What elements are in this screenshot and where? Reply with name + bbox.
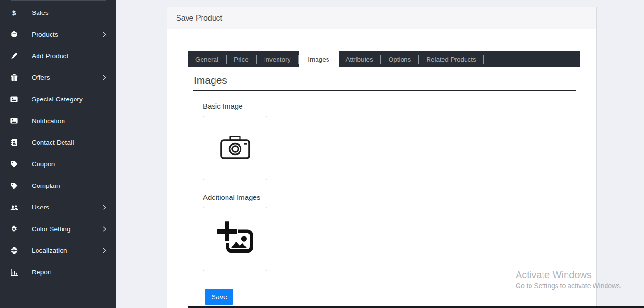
chevron-right-icon [103,32,106,37]
sidebar-item-coupon[interactable]: Coupon [0,153,116,175]
chevron-right-icon [103,205,106,210]
sidebar-item-label: Contact Detail [32,139,74,146]
sidebar-item-label: Complain [32,182,60,189]
sidebar-item-sales[interactable]: $ Sales [0,2,116,24]
horizontal-scrollbar[interactable] [188,306,644,308]
product-tabs: General Price Inventory Images Attribute… [188,51,580,67]
sidebar-item-notification[interactable]: Notification [0,110,116,132]
tab-price[interactable]: Price [227,56,256,63]
sidebar-item-label: Offers [32,74,50,81]
page-title: Save Product [176,14,222,23]
sidebar-item-label: Coupon [32,160,55,168]
add-photo-icon [216,220,254,259]
tab-attributes[interactable]: Attributes [339,56,380,63]
tab-images[interactable]: Images [299,49,338,70]
chevron-right-icon [103,248,106,253]
sidebar-item-label: Color Setting [32,225,71,233]
heading-rule [193,90,576,91]
sidebar-item-add-product[interactable]: Add Product [0,45,116,67]
globe-icon [10,246,18,255]
sidebar-item-label: Localization [32,247,67,254]
chevron-right-icon [103,226,106,232]
additional-images-upload[interactable] [203,207,267,271]
sidebar-item-label: Special Category [32,96,83,103]
sidebar-divider [11,0,106,1]
sidebar-item-label: Add Product [32,52,69,60]
sidebar-item-offers[interactable]: Offers [0,67,116,88]
basic-image-upload[interactable] [203,116,267,180]
tag-icon [10,182,18,190]
sidebar-item-label: Sales [32,9,49,16]
sidebar-item-label: Users [32,204,49,211]
sidebar-item-products[interactable]: Products [0,24,116,45]
users-icon [10,203,18,212]
camera-icon [219,134,251,162]
sidebar-item-report[interactable]: Report [0,261,116,283]
sidebar-item-users[interactable]: Users [0,197,116,218]
sidebar-nav: $ Sales Products Add Product Offers [0,2,116,283]
gear-icon [10,225,18,234]
cube-icon [10,30,18,39]
address-book-icon [10,138,18,147]
tab-related-products[interactable]: Related Products [419,56,483,63]
sidebar-item-label: Products [32,31,58,38]
sidebar-item-special-category[interactable]: Special Category [0,88,116,110]
dollar-icon: $ [10,9,18,17]
save-button[interactable]: Save [205,289,233,305]
image-icon [10,95,18,104]
tab-bar: General Price Inventory Images Attribute… [188,51,580,67]
bar-chart-icon [10,268,18,277]
tab-options[interactable]: Options [381,56,418,63]
sidebar-item-localization[interactable]: Localization [0,240,116,261]
image-icon [10,117,18,125]
sidebar-item-label: Notification [32,117,65,124]
save-product-card: Save Product General Price Inventory Ima… [167,7,597,308]
additional-images-label: Additional Images [203,193,260,201]
card-header: Save Product [167,7,596,29]
sidebar-item-label: Report [32,269,52,276]
tab-general[interactable]: General [188,56,226,63]
sidebar-item-complain[interactable]: Complain [0,175,116,197]
tab-inventory[interactable]: Inventory [257,56,298,63]
sidebar-item-color-setting[interactable]: Color Setting [0,218,116,240]
basic-image-label: Basic Image [203,102,243,110]
sidebar-item-contact-detail[interactable]: Contact Detail [0,132,116,153]
pen-icon [10,52,18,61]
tag-icon [10,160,18,169]
section-heading: Images [194,74,227,86]
sidebar: $ Sales Products Add Product Offers [0,0,116,308]
chevron-right-icon [103,75,106,80]
tab-separator [483,55,484,64]
gift-icon [10,74,18,82]
